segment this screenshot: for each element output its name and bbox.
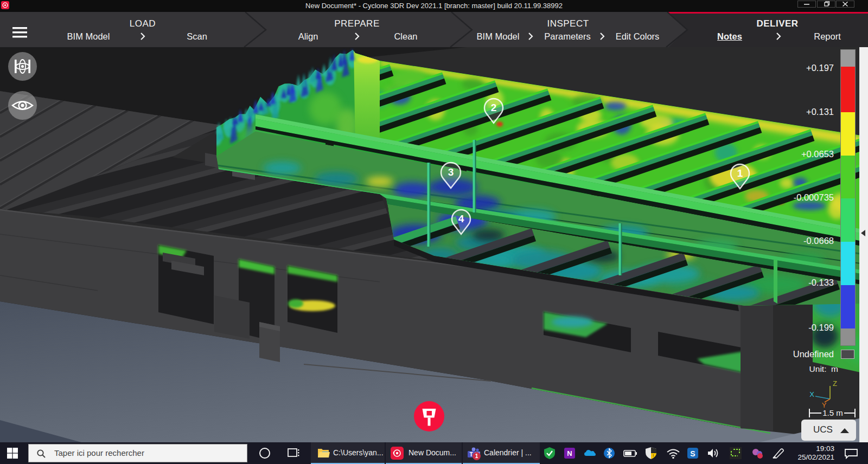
- svg-text:4: 4: [458, 213, 464, 224]
- svg-text:Z: Z: [833, 379, 837, 388]
- svg-text:!: !: [653, 453, 654, 458]
- svg-text:N: N: [567, 449, 572, 457]
- svg-text:S: S: [690, 449, 695, 458]
- svg-text:1: 1: [737, 167, 743, 179]
- svg-text:2: 2: [491, 102, 497, 113]
- svg-text:1.5 m: 1.5 m: [822, 408, 843, 417]
- svg-text:X: X: [809, 390, 814, 398]
- svg-text:3: 3: [448, 166, 454, 178]
